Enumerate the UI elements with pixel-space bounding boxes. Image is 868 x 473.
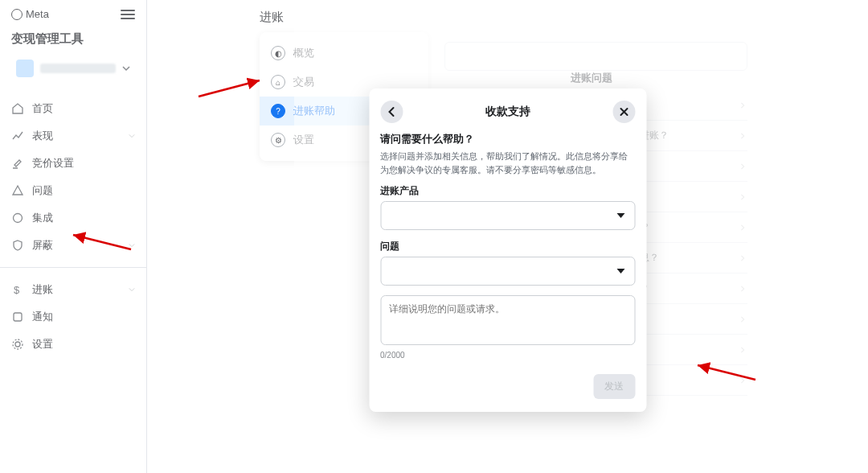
gear-icon	[11, 338, 24, 351]
issue-label: 问题	[380, 240, 635, 253]
gear-icon: ⚙	[271, 133, 285, 147]
nav-label: 进账	[32, 282, 53, 297]
nav-label: 表现	[32, 129, 53, 143]
svg-point-4	[13, 339, 23, 349]
nav-label: 通知	[32, 310, 53, 324]
nav-home[interactable]: 首页	[0, 95, 146, 122]
nav-performance[interactable]: 表现	[0, 122, 146, 150]
dropdown-icon	[616, 213, 624, 218]
svg-point-3	[15, 342, 20, 347]
send-button[interactable]: 发送	[593, 374, 635, 399]
svg-point-0	[14, 214, 23, 223]
nav-notification[interactable]: 通知	[0, 303, 146, 331]
puzzle-icon	[11, 212, 24, 224]
main-content: 进账 ◐ 概览 ⌂ 交易 ? 进账帮助 ⚙ 设置 进账问题 ？ 到多少才能获得进…	[147, 0, 868, 473]
nav-payout[interactable]: $ 进账	[0, 276, 146, 303]
issue-select[interactable]	[380, 257, 635, 286]
hamburger-icon[interactable]	[121, 10, 135, 19]
brand-label: Meta	[26, 8, 49, 20]
nav-issues[interactable]: 问题	[0, 177, 146, 204]
nav-label: 首页	[32, 101, 53, 116]
dropdown-icon	[616, 269, 624, 274]
sidebar: Meta 变现管理工具 首页 表现 竞价设置 问题 集成	[0, 0, 147, 473]
brand: Meta	[11, 8, 49, 20]
bank-icon: ⌂	[271, 75, 285, 89]
shield-icon	[11, 239, 24, 252]
chevron-down-icon	[129, 133, 135, 139]
nav-group-main: 首页 表现 竞价设置 问题 集成 屏蔽	[0, 92, 146, 262]
char-counter: 0/2000	[380, 351, 635, 360]
dollar-icon: $	[11, 283, 24, 296]
nav-label: 问题	[32, 183, 53, 198]
chevron-down-icon	[129, 286, 135, 293]
nav-label: 屏蔽	[32, 238, 53, 253]
nav-bidding[interactable]: 竞价设置	[0, 150, 146, 177]
nav-settings[interactable]: 设置	[0, 331, 146, 358]
nav-integration[interactable]: 集成	[0, 204, 146, 232]
account-name-blurred	[40, 64, 116, 73]
home-icon	[11, 102, 24, 115]
chevron-down-icon	[129, 242, 135, 249]
divider	[0, 267, 146, 268]
product-label: 进账产品	[380, 184, 635, 198]
modal-footer: 发送	[380, 374, 635, 399]
modal-header: 收款支持	[380, 100, 635, 124]
chart-line-icon	[11, 130, 24, 142]
meta-logo-icon	[11, 9, 23, 20]
bell-icon	[11, 311, 24, 323]
nav-label: 集成	[32, 211, 53, 225]
chevron-down-icon	[122, 64, 130, 72]
svg-text:$: $	[14, 284, 20, 296]
nav-label: 设置	[32, 337, 53, 352]
gauge-icon: ◐	[271, 46, 285, 60]
alert-icon	[11, 184, 24, 197]
modal-question: 请问需要什么帮助？	[380, 132, 635, 146]
account-selector[interactable]	[10, 55, 137, 82]
modal-title: 收款支持	[380, 105, 635, 119]
tool-title: 变现管理工具	[0, 28, 146, 55]
details-textarea[interactable]	[380, 295, 635, 345]
nav-group-secondary: $ 进账 通知 设置	[0, 273, 146, 361]
product-select[interactable]	[380, 201, 635, 230]
nav-block[interactable]: 屏蔽	[0, 232, 146, 259]
account-avatar-icon	[16, 60, 34, 77]
svg-rect-2	[14, 313, 22, 321]
sidebar-header: Meta	[0, 0, 146, 28]
support-modal: 收款支持 请问需要什么帮助？ 选择问题并添加相关信息，帮助我们了解情况。此信息将…	[369, 88, 646, 412]
nav-label: 竞价设置	[32, 156, 74, 171]
modal-description: 选择问题并添加相关信息，帮助我们了解情况。此信息将分享给为您解决争议的专属客服。…	[380, 150, 635, 176]
gavel-icon	[11, 157, 24, 170]
question-icon: ?	[271, 104, 285, 118]
